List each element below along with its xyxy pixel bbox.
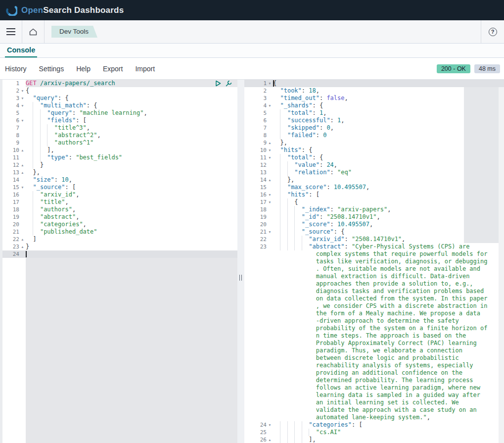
request-editor[interactable]: 1GET /arxiv-papers/_search2▾{3▾ "query":… bbox=[0, 80, 237, 443]
response-line-wrap[interactable]: tasks like verification, diagnosis, or d… bbox=[244, 258, 504, 265]
response-line-8[interactable]: 8 "failed": 0 bbox=[244, 132, 504, 139]
request-line-9[interactable]: 9 "authors^1" bbox=[2, 139, 237, 147]
response-line-wrap[interactable]: probability of the system on a finite ho… bbox=[244, 325, 504, 332]
response-line-wrap[interactable]: , we consider CPS with a discrete abstra… bbox=[244, 302, 504, 310]
fold-collapse-icon[interactable]: ▾ bbox=[267, 102, 273, 109]
help-button[interactable]: ? bbox=[481, 20, 504, 43]
response-viewer[interactable]: 1▾{2 "took": 18,3 "timed_out": false,4▾ … bbox=[244, 80, 504, 443]
response-line-17[interactable]: 17▾ { bbox=[244, 198, 504, 206]
response-line-20[interactable]: 20 "_score": 10.495507, bbox=[244, 221, 504, 228]
fold-expand-icon[interactable]: ▴ bbox=[19, 161, 26, 169]
fold-expand-icon[interactable]: ▴ bbox=[267, 436, 273, 443]
response-line-2[interactable]: 2 "took": 18, bbox=[244, 87, 504, 95]
response-line-15[interactable]: 15 "max_score": 10.495507, bbox=[244, 184, 504, 191]
response-line-wrap[interactable]: . Often, suitable models are not availab… bbox=[244, 265, 504, 273]
response-line-wrap[interactable]: complex systems that require powerful mo… bbox=[244, 250, 504, 258]
request-line-19[interactable]: 19 "abstract", bbox=[2, 213, 237, 221]
fold-collapse-icon[interactable]: ▾ bbox=[267, 198, 273, 206]
response-line-wrap[interactable]: validate the approach with a case study … bbox=[244, 406, 504, 414]
menu-item-export[interactable]: Export bbox=[103, 65, 123, 73]
fold-expand-icon[interactable]: ▴ bbox=[19, 147, 26, 154]
response-line-wrap[interactable]: manual extraction is difficult. Data-dri… bbox=[244, 273, 504, 280]
request-line-8[interactable]: 8 "abstract^2", bbox=[2, 132, 237, 139]
request-line-13[interactable]: 13▴ }, bbox=[2, 169, 237, 176]
request-line-14[interactable]: 14 "size": 10, bbox=[2, 176, 237, 184]
fold-expand-icon[interactable]: ▴ bbox=[267, 139, 273, 147]
response-line-25[interactable]: 25 "cs.AI" bbox=[244, 429, 504, 436]
response-line-18[interactable]: 18 "_index": "arxiv-papers", bbox=[244, 206, 504, 213]
request-line-3[interactable]: 3▾ "query": { bbox=[2, 95, 237, 102]
request-line-22[interactable]: 22▴ ] bbox=[2, 236, 237, 243]
response-line-wrap[interactable]: paradigm. Thus, we elaborate a connectio… bbox=[244, 347, 504, 354]
response-line-wrap[interactable]: the form of a Mealy machine. We propose … bbox=[244, 310, 504, 317]
menu-item-history[interactable]: History bbox=[5, 65, 27, 73]
menu-button[interactable] bbox=[0, 20, 22, 43]
response-line-16[interactable]: 16▾ "hits": [ bbox=[244, 191, 504, 198]
response-line-4[interactable]: 4▾ "_shards": { bbox=[244, 102, 504, 109]
response-line-wrap[interactable]: providing an additional confidence on th… bbox=[244, 369, 504, 377]
response-line-23[interactable]: 23 "abstract": "Cyber-Physical Systems (… bbox=[244, 243, 504, 250]
fold-collapse-icon[interactable]: ▾ bbox=[267, 80, 273, 87]
fold-collapse-icon[interactable]: ▾ bbox=[19, 95, 26, 102]
request-line-23[interactable]: 23▴} bbox=[2, 243, 237, 250]
request-line-12[interactable]: 12▴ } bbox=[2, 161, 237, 169]
fold-collapse-icon[interactable]: ▾ bbox=[19, 117, 26, 124]
response-line-wrap[interactable]: Probably Approximately Correct (PAC) lea… bbox=[244, 340, 504, 347]
response-line-9[interactable]: 9▴ }, bbox=[244, 139, 504, 147]
response-line-wrap[interactable]: -driven approach to determine the safety bbox=[244, 317, 504, 325]
fold-collapse-icon[interactable]: ▾ bbox=[267, 191, 273, 198]
request-line-24[interactable]: 24 bbox=[2, 250, 237, 258]
panel-splitter[interactable] bbox=[237, 80, 244, 443]
response-line-wrap[interactable]: n time steps. The approach is based on t… bbox=[244, 332, 504, 340]
menu-item-help[interactable]: Help bbox=[76, 65, 91, 73]
response-line-wrap[interactable]: automated lane-keeping system.", bbox=[244, 414, 504, 421]
response-line-wrap[interactable]: between discrete logic and probabilistic bbox=[244, 354, 504, 362]
request-line-17[interactable]: 17 "title", bbox=[2, 198, 237, 206]
request-line-5[interactable]: 5 "query": "machine learning", bbox=[2, 109, 237, 117]
splitter-grip-icon[interactable] bbox=[239, 275, 242, 281]
response-line-wrap[interactable]: determined probability. The learning pro… bbox=[244, 377, 504, 384]
request-line-20[interactable]: 20 "categories", bbox=[2, 221, 237, 228]
response-line-1[interactable]: 1▾{ bbox=[244, 80, 504, 87]
fold-collapse-icon[interactable]: ▾ bbox=[19, 102, 26, 109]
send-request-button[interactable] bbox=[214, 80, 222, 87]
request-line-6[interactable]: 6▾ "fields": [ bbox=[2, 117, 237, 124]
fold-expand-icon[interactable]: ▴ bbox=[19, 169, 26, 176]
response-line-wrap[interactable]: reachability analysis of systems, especi… bbox=[244, 362, 504, 369]
request-line-11[interactable]: 11 "type": "best_fields" bbox=[2, 154, 237, 161]
home-button[interactable] bbox=[22, 20, 44, 43]
response-line-19[interactable]: 19 "_id": "2508.14710v1", bbox=[244, 213, 504, 221]
response-line-wrap[interactable]: diagnosis tasks and verification problem… bbox=[244, 288, 504, 295]
fold-expand-icon[interactable]: ▴ bbox=[19, 236, 26, 243]
menu-item-import[interactable]: Import bbox=[135, 65, 155, 73]
response-line-wrap[interactable]: an initial learning set is collected. We bbox=[244, 399, 504, 406]
response-line-26[interactable]: 26▴ ], bbox=[244, 436, 504, 443]
request-line-4[interactable]: 4▾ "multi_match": { bbox=[2, 102, 237, 109]
wrench-icon[interactable] bbox=[225, 80, 232, 87]
response-line-wrap[interactable]: learning data is sampled in a guided way… bbox=[244, 392, 504, 399]
response-line-14[interactable]: 14▴ }, bbox=[244, 176, 504, 184]
response-line-10[interactable]: 10▾ "hits": { bbox=[244, 147, 504, 154]
breadcrumb[interactable]: Dev Tools bbox=[51, 26, 97, 38]
fold-collapse-icon[interactable]: ▾ bbox=[19, 87, 26, 95]
response-line-12[interactable]: 12 "value": 24, bbox=[244, 161, 504, 169]
response-line-21[interactable]: 21▾ "_source": { bbox=[244, 228, 504, 236]
response-line-24[interactable]: 24▾ "categories": [ bbox=[244, 421, 504, 429]
request-line-7[interactable]: 7 "title^3", bbox=[2, 124, 237, 132]
response-line-11[interactable]: 11▾ "total": { bbox=[244, 154, 504, 161]
fold-collapse-icon[interactable]: ▾ bbox=[267, 421, 273, 429]
request-line-2[interactable]: 2▾{ bbox=[2, 87, 237, 95]
fold-expand-icon[interactable]: ▴ bbox=[19, 243, 26, 250]
fold-collapse-icon[interactable]: ▾ bbox=[267, 154, 273, 161]
request-line-1[interactable]: 1GET /arxiv-papers/_search bbox=[2, 80, 237, 87]
request-line-21[interactable]: 21 "published_date" bbox=[2, 228, 237, 236]
request-line-15[interactable]: 15▾ "_source": [ bbox=[2, 184, 237, 191]
response-line-wrap[interactable]: on data collected from the system. In th… bbox=[244, 295, 504, 302]
fold-expand-icon[interactable]: ▴ bbox=[267, 176, 273, 184]
request-line-10[interactable]: 10▴ ], bbox=[2, 147, 237, 154]
response-line-22[interactable]: 22 "arxiv_id": "2508.14710v1", bbox=[244, 236, 504, 243]
fold-collapse-icon[interactable]: ▾ bbox=[19, 184, 26, 191]
response-line-6[interactable]: 6 "successful": 1, bbox=[244, 117, 504, 124]
request-line-18[interactable]: 18 "authors", bbox=[2, 206, 237, 213]
response-line-5[interactable]: 5 "total": 1, bbox=[244, 109, 504, 117]
